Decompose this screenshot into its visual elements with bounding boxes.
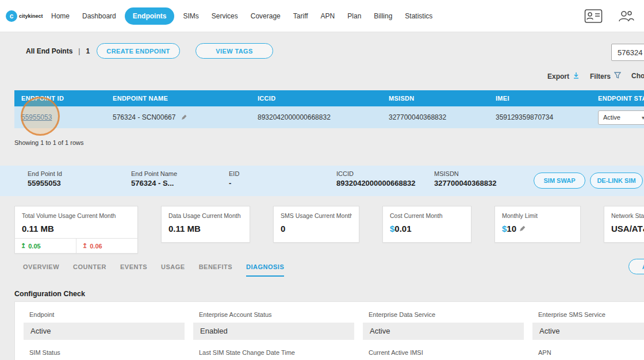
nav-item-services[interactable]: Services <box>205 7 244 25</box>
nav-item-billing[interactable]: Billing <box>367 7 398 25</box>
detail-field-eid: EID - <box>229 170 239 187</box>
export-button[interactable]: Export <box>547 72 580 81</box>
nav-right-icons <box>584 9 644 24</box>
card-value: 0.01 <box>394 224 411 233</box>
edit-name-icon[interactable] <box>181 114 187 120</box>
detail-label: MSISDN <box>434 170 496 177</box>
col-header-endpoint-status[interactable]: ENDPOINT STATUS <box>591 95 644 102</box>
card-title: SMS Usage Current Month <box>281 212 352 219</box>
nav-menu: Home Dashboard Endpoints SIMs Services C… <box>45 7 439 25</box>
card-sms-usage: SMS Usage Current Month 0 <box>273 206 359 243</box>
iccid-cell: 8932042000000668832 <box>251 113 382 121</box>
config-check-card: Endpoint Active Enterprise Account Statu… <box>14 301 644 360</box>
title-separator: | <box>78 47 80 55</box>
card-title: Monthly Limit <box>502 212 573 219</box>
card-value: USA/AT&T <box>611 224 644 233</box>
de-link-sim-button[interactable]: DE-LINK SIM <box>590 173 643 189</box>
card-total-volume: Total Volume Usage Current Month 0.11 MB… <box>14 206 138 254</box>
filters-label: Filters <box>590 72 611 81</box>
config-label: Last SIM State Change Date Time <box>193 349 354 356</box>
filter-icon <box>614 72 621 81</box>
card-monthly-limit: Monthly Limit $10 <box>494 206 581 243</box>
up-arrow-icon: ↥ <box>21 242 26 250</box>
page-title: All End Points|1 <box>26 47 90 55</box>
brand-name: citykinect <box>19 13 43 19</box>
endpoints-table: ENDPOINT ID ENDPOINT NAME ICCID MSISDN I… <box>14 90 644 128</box>
config-field-endpoint: Endpoint Active <box>24 311 185 340</box>
table-header-row: ENDPOINT ID ENDPOINT NAME ICCID MSISDN I… <box>14 90 644 106</box>
export-label: Export <box>547 72 569 81</box>
card-title: Total Volume Usage Current Month <box>22 212 131 219</box>
col-header-msisdn[interactable]: MSISDN <box>382 95 489 102</box>
config-value: Active <box>363 323 524 340</box>
config-value: Active <box>24 323 185 340</box>
detail-value: 327700040368832 <box>434 179 496 187</box>
col-header-endpoint-id[interactable]: ENDPOINT ID <box>14 95 106 102</box>
detail-label: EID <box>229 170 239 177</box>
nav-item-coverage[interactable]: Coverage <box>244 7 287 25</box>
top-nav: c citykinect Home Dashboard Endpoints SI… <box>0 0 644 32</box>
filters-button[interactable]: Filters <box>590 72 621 81</box>
config-label: Enterprise Account Status <box>193 311 354 318</box>
config-field-enterprise-account-status: Enterprise Account Status Enabled <box>193 311 354 340</box>
create-endpoint-button[interactable]: CREATE ENDPOINT <box>97 43 180 59</box>
card-value: 0 <box>281 224 352 233</box>
tab-usage[interactable]: USAGE <box>161 263 185 277</box>
choose-columns-label: Choose Columns <box>631 72 644 80</box>
rows-info: Showing 1 to 1 of 1 rows <box>14 139 83 146</box>
col-header-endpoint-name[interactable]: ENDPOINT NAME <box>106 95 251 102</box>
nav-item-dashboard[interactable]: Dashboard <box>76 7 122 25</box>
config-value: Enabled <box>193 323 354 340</box>
id-card-icon[interactable] <box>584 9 603 24</box>
endpoint-status-select[interactable]: Active ▾ <box>598 110 644 125</box>
detail-field-endpoint-id: End Point Id 55955053 <box>28 170 62 187</box>
tab-diagnosis[interactable]: DIAGNOSIS <box>246 263 284 277</box>
edit-limit-icon[interactable] <box>519 225 526 232</box>
detail-field-endpoint-name: End Point Name 576324 - S... <box>131 170 177 187</box>
endpoint-name-cell: 576324 - SCN00667 <box>113 113 175 121</box>
detail-tabs: OVERVIEW COUNTER EVENTS USAGE BENEFITS D… <box>23 263 284 277</box>
config-field-last-sim-state-change: Last SIM State Change Date Time <box>193 349 354 360</box>
sim-swap-button[interactable]: SIM SWAP <box>534 173 585 189</box>
detail-label: ICCID <box>336 170 415 177</box>
detail-label: End Point Id <box>28 170 62 177</box>
config-field-sim-status: SIM Status <box>24 349 185 360</box>
detail-label: End Point Name <box>131 170 177 177</box>
users-icon[interactable] <box>618 9 635 24</box>
nav-item-apn[interactable]: APN <box>315 7 342 25</box>
app-window: c citykinect Home Dashboard Endpoints SI… <box>0 0 644 360</box>
nav-item-plan[interactable]: Plan <box>341 7 367 25</box>
detail-field-iccid: ICCID 8932042000000668832 <box>336 170 415 187</box>
config-label: Enterprise Data Service <box>363 311 524 318</box>
up-arrow-icon: ↥ <box>82 242 87 250</box>
nav-item-sims[interactable]: SIMs <box>177 7 205 25</box>
tab-events[interactable]: EVENTS <box>120 263 147 277</box>
table-row[interactable]: 55955053 576324 - SCN00667 8932042000000… <box>14 106 644 128</box>
card-title: Cost Current Month <box>390 212 464 219</box>
actions-button[interactable]: ACTIONS <box>628 259 644 274</box>
nav-item-home[interactable]: Home <box>45 7 76 25</box>
nav-item-statistics[interactable]: Statistics <box>398 7 439 25</box>
col-header-imei[interactable]: IMEI <box>489 95 591 102</box>
detail-field-msisdn: MSISDN 327700040368832 <box>434 170 496 187</box>
tab-benefits[interactable]: BENEFITS <box>199 263 232 277</box>
nav-item-tariff[interactable]: Tariff <box>287 7 315 25</box>
config-field-apn: APN <box>532 349 644 360</box>
card-data-usage: Data Usage Current Month 0.11 MB <box>161 206 250 243</box>
brand-logo[interactable]: c citykinect <box>6 10 45 22</box>
endpoint-id-link[interactable]: 55955053 <box>21 113 52 121</box>
volume-download-delta: ↥0.06 <box>76 239 137 253</box>
col-header-iccid[interactable]: ICCID <box>251 95 382 102</box>
choose-columns-button[interactable]: Choose Columns <box>631 72 644 80</box>
config-field-enterprise-data-service: Enterprise Data Service Active <box>363 311 524 340</box>
config-label: Endpoint <box>24 311 185 318</box>
tab-counter[interactable]: COUNTER <box>73 263 106 277</box>
config-value: Active <box>532 323 644 340</box>
config-label: Current Active IMSI <box>363 349 524 356</box>
tab-overview[interactable]: OVERVIEW <box>23 263 59 277</box>
nav-item-endpoints[interactable]: Endpoints <box>125 7 175 25</box>
view-tags-button[interactable]: VIEW TAGS <box>195 43 273 59</box>
config-label: Enterprise SMS Service <box>532 311 644 318</box>
search-input[interactable] <box>611 44 644 61</box>
stat-cards: Total Volume Usage Current Month 0.11 MB… <box>14 206 644 254</box>
